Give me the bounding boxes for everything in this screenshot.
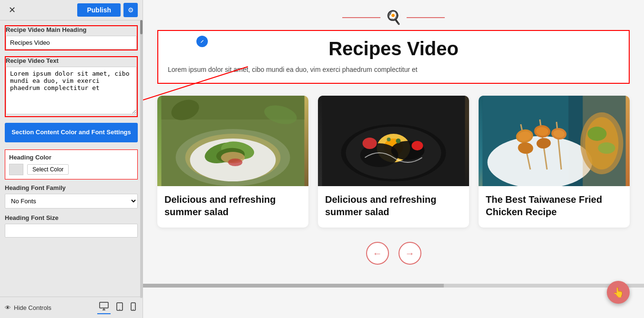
- font-family-group: Heading Font Family No Fonts: [5, 184, 138, 209]
- card-3-body: The Best Taiwanese Fried Chicken Recipe: [479, 186, 630, 228]
- heading-color-label: Heading Color: [9, 154, 133, 161]
- svg-point-17: [228, 159, 243, 166]
- main-heading-group: Recipe Video Main Heading: [5, 25, 138, 50]
- scroll-indicator: [140, 20, 143, 298]
- chef-line: 🍳: [157, 10, 630, 25]
- card-3-image: [479, 96, 630, 186]
- main-area: 🍳 Recipes Video Lorem ipsum dolor sit am…: [143, 0, 644, 318]
- svg-point-49: [588, 127, 607, 141]
- card-2-body: Delicious and refreshing summer salad: [318, 186, 469, 228]
- cards-row: Delicious and refreshing summer salad: [157, 96, 630, 228]
- svg-point-4: [119, 309, 120, 310]
- card-1-title: Delicious and refreshing summer salad: [164, 193, 301, 218]
- card-1-image: [157, 96, 308, 186]
- chef-header: 🍳: [157, 10, 630, 25]
- left-arrow-icon: ←: [373, 248, 382, 259]
- svg-point-6: [133, 309, 133, 309]
- panel-content: Recipe Video Main Heading Recipe Video T…: [0, 20, 143, 297]
- scroll-bar-thumb: [143, 284, 444, 288]
- font-family-select[interactable]: No Fonts: [5, 194, 138, 209]
- color-row: Select Color: [9, 164, 133, 175]
- svg-point-28: [363, 138, 377, 149]
- card-2: Delicious and refreshing summer salad: [318, 96, 469, 228]
- eye-icon: 👁: [5, 304, 11, 311]
- card-1: Delicious and refreshing summer salad: [157, 96, 308, 228]
- main-heading-input[interactable]: [6, 36, 137, 50]
- right-line-bar: [407, 17, 445, 18]
- recipes-video-section: Recipes Video Lorem ipsum dolor sit amet…: [157, 30, 630, 84]
- floating-action-button[interactable]: 👆: [607, 281, 630, 304]
- card-2-title: Delicious and refreshing summer salad: [325, 193, 462, 218]
- select-color-button[interactable]: Select Color: [27, 164, 69, 175]
- pencil-icon: [199, 39, 205, 44]
- svg-point-50: [598, 142, 615, 154]
- font-size-input[interactable]: [5, 224, 138, 238]
- section-title: Recipes Video: [168, 38, 619, 60]
- dark-plate-illustration: [318, 96, 469, 186]
- video-text-textarea[interactable]: Lorem ipsum dolor sit amet, cibo mundi e…: [6, 67, 137, 114]
- chicken-illustration: [479, 96, 630, 186]
- section-color-font-button[interactable]: Section Content Color and Font Settings: [5, 123, 138, 142]
- font-family-label: Heading Font Family: [5, 184, 138, 191]
- desktop-icon: [99, 302, 109, 310]
- main-heading-label: Recipe Video Main Heading: [6, 26, 137, 33]
- settings-button[interactable]: ⚙: [123, 3, 138, 17]
- font-size-label: Heading Font Size: [5, 214, 138, 221]
- top-bar: ✕ Publish ⚙: [0, 0, 143, 20]
- svg-rect-0: [100, 302, 108, 308]
- next-arrow-button[interactable]: →: [399, 242, 421, 265]
- video-text-label: Recipe Video Text: [6, 57, 137, 64]
- salad-illustration: [157, 96, 308, 186]
- nav-arrows: ← →: [157, 242, 630, 265]
- horizontal-scrollbar[interactable]: [143, 284, 644, 288]
- left-panel: ✕ Publish ⚙ Recipe Video Main Heading Re…: [0, 0, 143, 318]
- prev-arrow-button[interactable]: ←: [366, 242, 389, 265]
- scroll-thumb: [140, 20, 143, 34]
- right-arrow-icon: →: [405, 248, 415, 259]
- svg-point-30: [396, 139, 401, 143]
- bottom-bar: 👁 Hide Controls: [0, 297, 143, 318]
- left-line-bar: [342, 17, 380, 18]
- mobile-view-button[interactable]: [129, 301, 138, 314]
- svg-point-48: [585, 117, 619, 169]
- font-size-group: Heading Font Size: [5, 214, 138, 238]
- svg-point-29: [412, 141, 423, 150]
- mobile-icon: [131, 302, 136, 311]
- publish-area: Publish ⚙: [77, 3, 138, 17]
- edit-icon[interactable]: [196, 36, 208, 47]
- heading-color-section: Heading Color Select Color: [5, 149, 138, 179]
- card-1-body: Delicious and refreshing summer salad: [157, 186, 308, 228]
- desktop-view-button[interactable]: [97, 301, 111, 314]
- main-content: 🍳 Recipes Video Lorem ipsum dolor sit am…: [143, 0, 644, 284]
- view-icons-group: [97, 301, 138, 314]
- tablet-icon: [116, 302, 123, 311]
- tablet-view-button[interactable]: [114, 301, 125, 314]
- section-subtitle: Lorem ipsum dolor sit amet, cibo mundi e…: [168, 63, 619, 76]
- card-3: The Best Taiwanese Fried Chicken Recipe: [479, 96, 630, 228]
- color-swatch: [9, 164, 23, 175]
- svg-point-31: [387, 138, 391, 141]
- close-button[interactable]: ✕: [5, 3, 20, 17]
- hide-controls-button[interactable]: 👁 Hide Controls: [5, 304, 51, 311]
- publish-button[interactable]: Publish: [77, 3, 121, 17]
- card-2-image: [318, 96, 469, 186]
- video-text-group: Recipe Video Text Lorem ipsum dolor sit …: [5, 56, 138, 117]
- hide-controls-label: Hide Controls: [14, 304, 51, 311]
- up-arrow-icon: 👆: [613, 287, 624, 298]
- card-3-title: The Best Taiwanese Fried Chicken Recipe: [486, 193, 623, 218]
- chef-hat-icon: 🍳: [385, 10, 402, 25]
